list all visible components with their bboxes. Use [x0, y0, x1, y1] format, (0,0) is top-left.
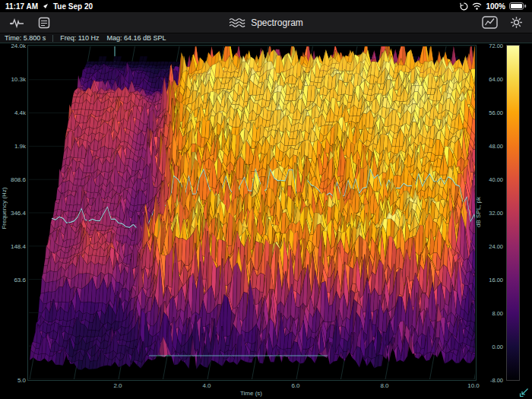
colorbar-tick: 0.00 — [480, 344, 503, 350]
settings-button[interactable] — [510, 16, 523, 29]
colorbar-tick: 16.00 — [480, 277, 503, 283]
y-axis-title: Frequency (Hz) — [1, 185, 8, 231]
orientation-lock-icon — [460, 2, 468, 11]
y-tick: 346.4 — [0, 210, 26, 217]
colorbar-tick: 56.00 — [480, 109, 503, 116]
plot-main: Frequency (Hz) 24.0k10.3k4.4k1.9k808.634… — [0, 43, 532, 399]
x-tick: 6.0 — [284, 382, 307, 389]
app-window: 11:17 AM Tue Sep 20 100% — [0, 0, 532, 399]
time-readout: Time: 5.800 s — [5, 34, 46, 42]
signal-tools-button[interactable] — [9, 17, 24, 29]
x-tick: 2.0 — [106, 382, 129, 389]
colorbar-tick: 40.00 — [480, 176, 503, 183]
spectrogram-plot[interactable] — [27, 45, 477, 381]
freq-readout: Freq: 110 Hz — [60, 34, 99, 42]
readout-divider — [52, 35, 53, 42]
colorbar-tick: 32.00 — [480, 210, 503, 217]
battery-icon — [509, 2, 527, 10]
colorbar-tick: 8.00 — [480, 310, 503, 317]
gear-icon — [510, 16, 523, 29]
chart-preview-icon — [482, 16, 498, 29]
chart-view-button[interactable] — [482, 16, 498, 29]
toolbar: Spectrogram — [0, 12, 532, 33]
battery-percent: 100% — [486, 2, 505, 11]
colorbar[interactable] — [506, 45, 520, 381]
wifi-icon — [472, 2, 482, 10]
colorbar-tick: 24.00 — [480, 243, 503, 250]
clipboard-icon — [38, 17, 50, 29]
tool-title: Spectrogram — [251, 17, 303, 28]
clock-text: 11:17 AM — [5, 2, 38, 11]
y-tick: 4.4k — [0, 109, 26, 116]
x-axis-title: Time (s) — [27, 390, 475, 397]
cursor-readout-bar: Time: 5.800 s Freq: 110 Hz Mag: 64.16 dB… — [0, 33, 532, 43]
x-tick: 4.0 — [195, 382, 218, 389]
expand-icon[interactable] — [519, 388, 529, 397]
y-tick: 808.6 — [0, 176, 26, 183]
y-tick: 148.4 — [0, 243, 26, 250]
y-tick: 5.0 — [0, 377, 26, 384]
mag-readout: Mag: 64.16 dB SPL — [107, 34, 166, 42]
colorbar-tick: 48.00 — [480, 143, 503, 150]
pulse-icon — [9, 17, 24, 29]
y-tick: 24.0k — [0, 43, 26, 49]
colorbar-tick: -8.00 — [480, 377, 503, 384]
spectrogram-canvas[interactable] — [29, 46, 475, 379]
status-bar: 11:17 AM Tue Sep 20 100% — [0, 0, 532, 12]
colorbar-tick: 64.00 — [480, 76, 503, 83]
y-tick: 10.3k — [0, 76, 26, 83]
y-tick: 1.9k — [0, 143, 26, 150]
location-icon — [43, 3, 49, 9]
date-text: Tue Sep 20 — [53, 2, 93, 11]
capture-list-button[interactable] — [38, 17, 50, 29]
y-tick: 63.6 — [0, 277, 26, 283]
spectrogram-icon — [229, 17, 245, 28]
tool-title-group: Spectrogram — [229, 12, 303, 33]
x-tick: 8.0 — [373, 382, 396, 389]
colorbar-tick: 72.00 — [480, 43, 503, 49]
